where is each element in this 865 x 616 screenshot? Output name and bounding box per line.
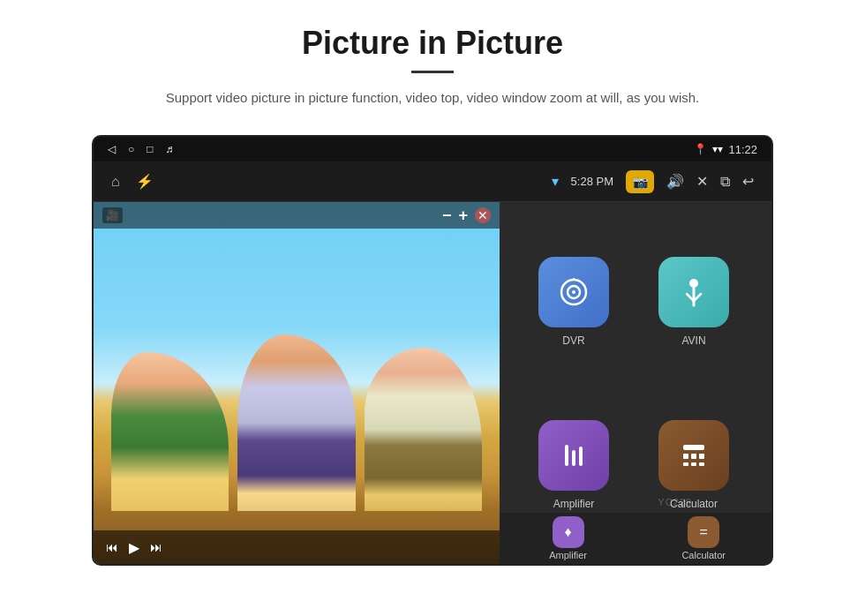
page-header: Picture in Picture Support video picture… <box>0 0 865 123</box>
bottom-app-calculator[interactable]: = Calculator <box>636 516 771 560</box>
page-title: Picture in Picture <box>53 25 812 62</box>
recents-nav-icon[interactable]: □ <box>147 143 153 155</box>
close-icon[interactable]: ✕ <box>696 173 708 190</box>
toolbar-time: 5:28 PM <box>571 175 613 188</box>
svg-rect-7 <box>572 450 575 466</box>
toolbar-right: ▾ 5:28 PM 📷 🔊 ✕ ⧉ ↩ <box>552 170 754 193</box>
svg-rect-14 <box>691 462 696 466</box>
app-toolbar: ⌂ ⚡ ▾ 5:28 PM 📷 🔊 ✕ ⧉ ↩ <box>94 162 771 202</box>
pip-camera-icon: 🎥 <box>102 207 123 223</box>
dvr-icon-box <box>538 257 609 327</box>
dvr-svg <box>556 274 591 310</box>
svg-rect-12 <box>699 454 704 459</box>
amplifier-bottom-label: Amplifier <box>549 550 587 560</box>
amplifier-svg <box>556 438 591 473</box>
pip-resize-controls: − + ✕ <box>442 207 491 225</box>
page-subtitle: Support video picture in picture functio… <box>132 87 733 109</box>
person-1 <box>111 352 229 511</box>
person-3 <box>365 348 482 511</box>
pip-video-scene <box>94 202 500 564</box>
status-bar-right: 📍 ▾▾ 11:22 <box>694 143 757 156</box>
calculator-bottom-icon-text: = <box>700 524 708 540</box>
pip-video: 🎥 − + ✕ ⏮ ▶ ⏭ <box>94 202 500 564</box>
bottom-app-amplifier[interactable]: ♦ Amplifier <box>500 516 636 560</box>
main-content: N S ○ 🎥 <box>94 202 771 564</box>
pip-playback: ⏮ ▶ ⏭ <box>94 530 500 564</box>
svg-rect-13 <box>683 462 688 466</box>
home-icon[interactable]: ⌂ <box>111 174 120 190</box>
status-bar-left: ◁ ○ □ ♬ <box>108 143 174 155</box>
avin-svg <box>676 274 711 310</box>
toolbar-left: ⌂ ⚡ <box>111 173 154 190</box>
avin-icon-box <box>658 257 729 327</box>
svg-rect-15 <box>699 462 704 466</box>
pip-prev-button[interactable]: ⏮ <box>106 540 118 554</box>
location-icon: 📍 <box>694 143 707 155</box>
home-nav-icon[interactable]: ○ <box>128 143 134 155</box>
amplifier-icon-box <box>538 420 609 491</box>
amplifier-bottom-icon: ♦ <box>553 516 584 548</box>
status-time: 11:22 <box>728 143 757 156</box>
back-nav-icon[interactable]: ◁ <box>108 143 116 155</box>
watermark: YC229 <box>658 497 692 507</box>
svg-point-2 <box>572 290 575 294</box>
pip-plus-button[interactable]: + <box>458 207 468 225</box>
dvr-label: DVR <box>562 334 584 347</box>
pip-close-button[interactable]: ✕ <box>475 207 491 223</box>
wifi-icon: ▾ <box>552 173 559 190</box>
calculator-bottom-label: Calculator <box>681 550 726 560</box>
svg-rect-11 <box>691 454 696 459</box>
pip-next-button[interactable]: ⏭ <box>150 540 162 554</box>
calculator-icon-box <box>658 420 729 491</box>
pip-overlay[interactable]: 🎥 − + ✕ ⏮ ▶ ⏭ <box>94 202 500 564</box>
calculator-svg <box>676 438 711 473</box>
svg-rect-10 <box>683 454 688 459</box>
pip-icon[interactable]: ⧉ <box>720 174 730 190</box>
back-icon[interactable]: ↩ <box>742 173 754 190</box>
app-dvr[interactable]: DVR <box>514 220 634 383</box>
pip-minus-button[interactable]: − <box>442 207 452 225</box>
music-icon: ♬ <box>166 143 174 155</box>
people-scene <box>111 334 482 511</box>
signal-icon: ▾▾ <box>712 143 723 155</box>
calculator-bottom-icon: = <box>688 516 719 548</box>
svg-rect-8 <box>579 447 583 466</box>
page-divider <box>411 71 454 73</box>
device-frame: ◁ ○ □ ♬ 📍 ▾▾ 11:22 ⌂ ⚡ ▾ 5:28 PM 📷 🔊 ✕ ⧉… <box>92 135 773 566</box>
amplifier-bottom-icon-text: ♦ <box>564 524 571 540</box>
camera-button[interactable]: 📷 <box>626 170 654 193</box>
svg-rect-6 <box>565 445 568 466</box>
avin-label: AVIN <box>681 334 705 347</box>
app-avin[interactable]: AVIN <box>634 220 754 383</box>
camera-icon: 📷 <box>633 175 648 189</box>
pip-play-button[interactable]: ▶ <box>129 539 139 556</box>
usb-icon: ⚡ <box>136 173 154 190</box>
volume-icon[interactable]: 🔊 <box>666 173 684 190</box>
svg-rect-9 <box>683 445 704 450</box>
app-grid: DVR AVIN <box>496 202 771 564</box>
person-2 <box>237 334 355 511</box>
status-bar: ◁ ○ □ ♬ 📍 ▾▾ 11:22 <box>94 137 771 162</box>
pip-controls: 🎥 − + ✕ <box>94 202 500 229</box>
amplifier-label: Amplifier <box>553 498 595 510</box>
